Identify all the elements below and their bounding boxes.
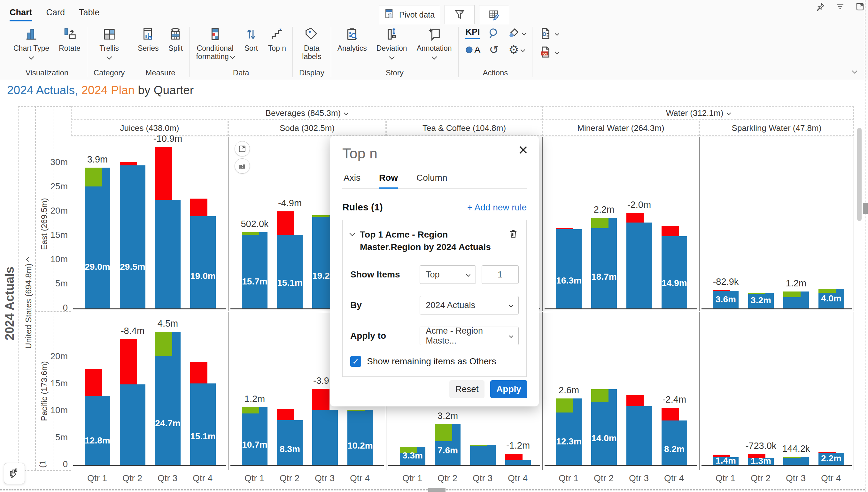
actual-bar[interactable] xyxy=(155,200,181,309)
show-items-select[interactable]: Top xyxy=(420,265,476,284)
column-header[interactable]: Tea & Coffee (104.8m) xyxy=(386,121,542,136)
unfavorable-variance-block[interactable] xyxy=(155,147,172,200)
column-group-header[interactable]: Beverages (845.3m) xyxy=(71,106,542,120)
reset-button[interactable]: Reset xyxy=(449,380,485,398)
format-painter-button[interactable] xyxy=(507,27,526,40)
conditional-formatting-button[interactable]: Conditionalformatting xyxy=(196,27,234,61)
trellis-panel[interactable]: 3.6m-82.9k3.2m1.2m4.0m xyxy=(699,137,854,311)
actual-bar[interactable] xyxy=(120,385,145,465)
actual-bar[interactable] xyxy=(190,384,216,465)
deviation-button[interactable]: Deviation xyxy=(376,27,407,59)
show-others-checkbox[interactable]: ✓ xyxy=(350,356,361,367)
favorable-variance-block[interactable] xyxy=(556,398,573,413)
row-group-label[interactable]: United States (694.8m) xyxy=(20,137,37,470)
pivot-data-button[interactable]: Pivot data xyxy=(379,5,440,24)
delete-rule-icon[interactable] xyxy=(508,228,519,253)
favorable-variance-block[interactable] xyxy=(591,389,609,402)
x-axis-label[interactable]: Qtr 1 xyxy=(78,473,116,484)
column-header[interactable]: Soda (302.5m) xyxy=(228,121,386,136)
favorable-variance-block[interactable] xyxy=(400,447,417,453)
x-axis-label[interactable]: Qtr 4 xyxy=(812,473,850,484)
unfavorable-variance-block[interactable] xyxy=(661,226,679,236)
actual-bar[interactable] xyxy=(347,410,373,465)
actual-bar[interactable] xyxy=(748,458,774,465)
x-axis-label[interactable]: Qtr 1 xyxy=(549,473,588,484)
rule-collapse-chevron[interactable] xyxy=(350,231,355,236)
refresh-icon[interactable]: ↺ xyxy=(489,44,498,55)
actual-bar[interactable] xyxy=(85,168,110,309)
trellis-panel[interactable]: 12.8m-8.4m24.7m4.5m15.1m xyxy=(71,312,228,470)
unfavorable-variance-block[interactable] xyxy=(713,454,730,457)
close-icon[interactable]: × xyxy=(518,142,528,158)
apply-to-select[interactable]: Acme - Region Maste... xyxy=(420,327,519,345)
x-axis-label[interactable]: Qtr 2 xyxy=(742,473,780,484)
unfavorable-variance-block[interactable] xyxy=(819,452,836,453)
by-select[interactable]: 2024 Actuals xyxy=(420,296,519,315)
pin-icon[interactable] xyxy=(816,2,825,11)
actual-bar[interactable] xyxy=(661,236,687,309)
unfavorable-variance-block[interactable] xyxy=(626,213,644,223)
favorable-variance-block[interactable] xyxy=(748,293,766,294)
panel-focus-button[interactable] xyxy=(235,141,250,156)
unfavorable-variance-block[interactable] xyxy=(277,409,294,420)
top-n-button[interactable]: Top n xyxy=(268,27,286,52)
actual-bar[interactable] xyxy=(713,291,738,309)
actual-bar[interactable] xyxy=(505,460,531,465)
actual-bar[interactable] xyxy=(277,420,303,465)
tab-chart[interactable]: Chart xyxy=(9,8,32,21)
data-labels-button[interactable]: Datalabels xyxy=(302,27,321,61)
favorable-variance-block[interactable] xyxy=(312,215,329,217)
unfavorable-variance-block[interactable] xyxy=(277,211,294,235)
chevron-down-icon[interactable] xyxy=(431,54,437,60)
actual-bar[interactable] xyxy=(661,420,687,465)
chevron-down-icon[interactable] xyxy=(389,54,394,60)
right-scroll-handle[interactable] xyxy=(863,203,868,214)
column-header[interactable]: Juices (438.0m) xyxy=(71,121,228,136)
unfavorable-variance-block[interactable] xyxy=(120,339,137,385)
panel-chart-button[interactable] xyxy=(235,158,250,174)
rotate-button[interactable]: Rotate xyxy=(59,27,80,52)
chart-type-button[interactable]: Chart Type xyxy=(14,27,49,59)
actual-bar[interactable] xyxy=(120,165,145,309)
x-axis-label[interactable]: Qtr 2 xyxy=(585,473,623,484)
x-axis-label[interactable]: Qtr 4 xyxy=(498,473,537,484)
settings-button[interactable]: ⚙ xyxy=(509,44,524,55)
favorable-variance-block[interactable] xyxy=(591,218,609,228)
actual-bar[interactable] xyxy=(591,218,617,309)
x-axis-label[interactable]: Qtr 3 xyxy=(777,473,815,484)
trellis-panel[interactable]: 29.0m3.9m29.5m-10.9m19.0m xyxy=(71,137,228,311)
apply-button[interactable]: Apply xyxy=(490,380,527,398)
x-axis-label[interactable]: Qtr 1 xyxy=(235,473,274,484)
unfavorable-variance-block[interactable] xyxy=(85,369,102,396)
kpi-button[interactable]: KPI xyxy=(465,27,480,39)
column-group-header[interactable]: Water (312.1m) xyxy=(542,106,854,120)
x-axis-label[interactable]: Qtr 2 xyxy=(271,473,309,484)
annotation-button[interactable]: Annotation xyxy=(417,27,452,59)
actual-bar[interactable] xyxy=(748,293,774,309)
favorable-variance-block[interactable] xyxy=(155,332,172,356)
filter-button[interactable] xyxy=(445,5,475,24)
actual-bar[interactable] xyxy=(819,453,844,465)
sort-button[interactable]: Sort xyxy=(244,27,259,52)
count-input[interactable]: 1 xyxy=(482,265,519,284)
actual-bar[interactable] xyxy=(312,410,338,465)
favorable-variance-block[interactable] xyxy=(242,232,259,235)
favorable-variance-block[interactable] xyxy=(783,457,801,458)
chevron-down-icon[interactable] xyxy=(107,54,112,60)
column-header[interactable]: Mineral Water (264.3m) xyxy=(542,121,699,136)
x-axis-label[interactable]: Qtr 4 xyxy=(184,473,222,484)
x-axis-label[interactable]: Qtr 4 xyxy=(341,473,379,484)
x-axis-label[interactable]: Qtr 2 xyxy=(113,473,151,484)
actual-bar[interactable] xyxy=(556,229,582,309)
trellis-panel[interactable]: 16.3m18.7m2.2m-2.0m14.9m xyxy=(542,137,699,311)
actual-bar[interactable] xyxy=(277,235,303,309)
actual-bar[interactable] xyxy=(190,216,216,309)
trellis-panel[interactable]: 12.3m2.6m14.0m8.2m-2.4m xyxy=(542,312,699,470)
unfavorable-variance-block[interactable] xyxy=(190,362,207,384)
unfavorable-variance-block[interactable] xyxy=(505,454,522,460)
x-axis-label[interactable]: Qtr 1 xyxy=(706,473,745,484)
zebra-bi-logo-button[interactable] xyxy=(4,463,25,484)
actual-bar[interactable] xyxy=(713,457,738,465)
chevron-down-icon[interactable] xyxy=(29,54,34,60)
filter-lines-icon[interactable] xyxy=(836,2,845,11)
